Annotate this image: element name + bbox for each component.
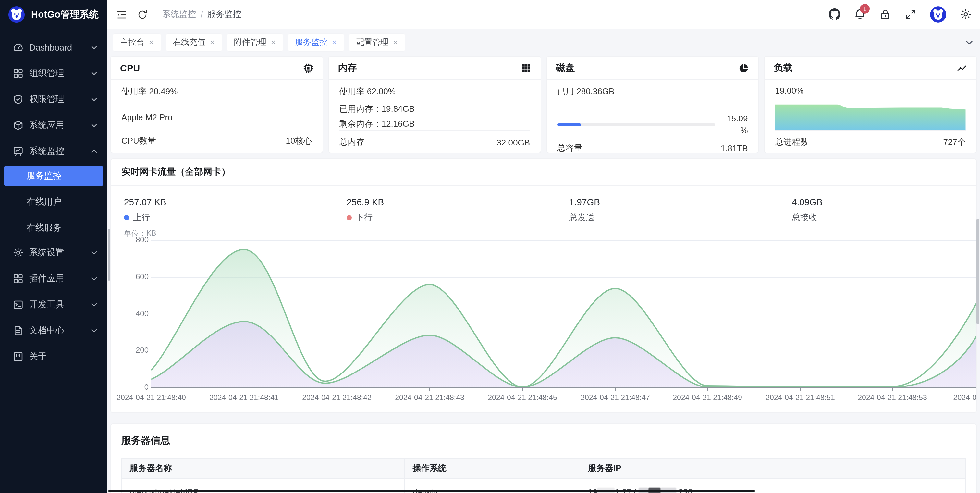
close-icon[interactable]: × [393,38,398,46]
fullscreen-icon[interactable] [905,8,916,20]
close-icon[interactable]: × [332,38,337,46]
x-axis-tick: 2024-04-21 21:48:43 [395,394,465,401]
stat-value: 256.9 KB [347,197,569,207]
breadcrumb-parent[interactable]: 系统监控 [162,8,196,20]
topbar-actions: 1 [829,6,972,22]
stat-downstream: 256.9 KB 下行 [347,197,569,223]
server-table: 服务器名称 操作系统 服务器IP mengshuaideMBP darwin 1… [121,458,966,493]
disk-card-footer: 总容量 1.81TB [557,136,748,160]
sidebar-item-monitor[interactable]: 系统监控 [0,138,107,164]
disk-total-label: 总容量 [557,142,582,154]
column-header-name: 服务器名称 [122,459,404,478]
sidebar-item-settings[interactable]: 系统设置 [0,240,107,266]
column-header-ip: 服务器IP [579,459,965,478]
sidebar-item-docs[interactable]: 文档中心 [0,317,107,344]
process-count-value: 727个 [943,136,966,148]
memory-usage: 使用率 62.00% [339,86,530,97]
cpu-count-value: 10核心 [286,135,312,147]
sidebar-item-label: 关于 [29,351,98,362]
tab-attachments[interactable]: 附件管理 × [227,34,283,51]
monitor-chart-icon [13,146,23,156]
stat-label: 上行 [133,212,150,223]
network-chart-title: 实时网卡流量（全部网卡） [111,159,976,186]
top-bar: 系统监控 / 服务监控 1 [107,0,980,29]
tab-service-monitor[interactable]: 服务监控 × [288,34,344,51]
tab-bar: 主控台 × 在线充值 × 附件管理 × 服务监控 × 配置管理 × [107,29,980,55]
sidebar-item-label: 开发工具 [29,299,90,311]
stat-cards-row: CPU 使用率 20.49% Apple M2 Pro CPU数量 10核心 内… [110,56,977,153]
chevron-down-icon [90,301,98,308]
tab-options-chevron-icon[interactable] [964,37,974,47]
disk-used: 已用 280.36GB [557,86,748,97]
memory-card-body: 使用率 62.00% 已用内存：19.84GB 剩余内存：12.16GB [329,80,541,130]
close-icon[interactable]: × [149,38,153,46]
tab-config[interactable]: 配置管理 × [349,34,405,51]
sidebar-subitem-service-monitor[interactable]: 服务监控 [4,166,103,187]
memory-card-header: 内存 [329,56,541,80]
sidebar-subitem-online-users[interactable]: 在线用户 [4,191,103,212]
memory-card: 内存 使用率 62.00% 已用内存：19.84GB 剩余内存：12.16GB … [328,56,541,153]
chevron-down-icon [90,121,98,129]
trend-line-icon [957,63,967,73]
load-card-footer: 总进程数 727个 [775,130,966,154]
settings-gear-icon[interactable] [960,8,972,20]
main-area: 系统监控 / 服务监控 1 [107,0,980,493]
notification-bell[interactable]: 1 [854,8,866,20]
memory-free: 剩余内存：12.16GB [339,118,530,130]
red-dot-icon [347,215,352,220]
stat-total-sent: 1.97GB 总发送 [569,197,792,223]
sidebar-item-permission[interactable]: 权限管理 [0,86,107,112]
sidebar: HotGo管理系统 Dashboard 组织管理 权限管理 系统应用 [0,0,107,493]
github-icon[interactable] [829,8,840,20]
y-axis-tick: 0 [124,383,149,392]
sidebar-subitem-online-services[interactable]: 在线服务 [4,218,103,238]
sidebar-item-label: 系统应用 [29,120,90,131]
sidebar-item-label: 组织管理 [29,67,90,79]
breadcrumb: 系统监控 / 服务监控 [162,8,241,20]
close-icon[interactable]: × [271,38,275,46]
stat-label: 下行 [356,212,372,223]
load-card-header: 负载 [765,56,977,80]
cpu-chip-icon [303,63,313,73]
content-right-scrollbar-thumb[interactable] [976,219,979,324]
tab-recharge[interactable]: 在线充值 × [166,34,222,51]
tab-dashboard[interactable]: 主控台 × [113,34,161,51]
sidebar-item-label: Dashboard [29,43,90,52]
disk-card-header: 磁盘 [547,56,758,80]
sidebar-item-about[interactable]: 关于 [0,344,107,370]
lock-icon[interactable] [880,8,891,20]
stat-value: 1.97GB [569,197,792,207]
chevron-down-icon [90,70,98,77]
app-logo[interactable]: HotGo管理系统 [0,0,107,29]
process-count-label: 总进程数 [775,136,809,148]
memory-grid-icon [521,63,531,73]
frame-icon [13,351,23,362]
sidebar-item-apps[interactable]: 系统应用 [0,112,107,138]
server-info-title: 服务器信息 [111,424,976,447]
stat-label: 总发送 [569,212,595,223]
sidebar-item-org[interactable]: 组织管理 [0,61,107,86]
sidebar-item-plugins[interactable]: 插件应用 [0,266,107,292]
sidebar-item-devtools[interactable]: 开发工具 [0,292,107,317]
load-card-body: 19.00% [765,80,977,130]
chevron-down-icon [90,275,98,282]
user-avatar[interactable] [930,6,946,22]
memory-total-value: 32.00GB [496,137,530,147]
close-icon[interactable]: × [210,38,215,46]
cpu-card: CPU 使用率 20.49% Apple M2 Pro CPU数量 10核心 [110,56,323,153]
disk-progress-bar [557,123,716,126]
sidebar-item-label: 系统监控 [29,145,90,157]
y-axis-tick: 400 [124,309,149,318]
horizontal-scrollbar-thumb[interactable] [108,490,755,492]
x-axis-tick: 2024-04-21 21:48:41 [209,394,279,401]
load-usage: 19.00% [775,86,966,96]
collapse-menu-icon[interactable] [116,9,127,20]
content-left-scrollbar-thumb[interactable] [108,229,110,281]
sidebar-menu: Dashboard 组织管理 权限管理 系统应用 系统监控 [0,29,107,370]
breadcrumb-current[interactable]: 服务监控 [207,8,241,20]
network-stats-row: 257.07 KB 上行 256.9 KB 下行 1.97GB 总发送 4.09… [111,186,976,223]
cpu-card-title: CPU [120,63,140,73]
server-info-card: 服务器信息 服务器名称 操作系统 服务器IP mengshuaideMBP da… [110,423,977,493]
refresh-icon[interactable] [137,9,148,20]
sidebar-item-dashboard[interactable]: Dashboard [0,34,107,61]
